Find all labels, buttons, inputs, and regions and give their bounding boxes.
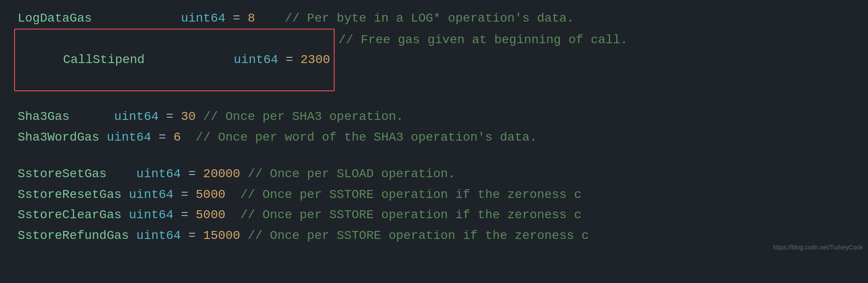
code-container: LogDataGas uint64 = 8 // Per byte in a L… [0, 0, 868, 256]
comment-sstore-set-gas: // Once per SLOAD operation. [248, 164, 455, 184]
identifier-log-data-gas: LogDataGas [18, 9, 92, 29]
number-sha3-gas: 30 [181, 107, 196, 127]
line-sstore-set-gas: SstoreSetGas uint64 = 20000 // Once per … [18, 164, 850, 184]
watermark: https://blog.csdn.net/TurkeyCock [773, 242, 863, 252]
comment-sstore-clear-gas: // Once per SSTORE operation if the zero… [240, 205, 581, 225]
number-call-stipend: 2300 [301, 53, 330, 67]
comment-sstore-reset-gas: // Once per SSTORE operation if the zero… [240, 185, 581, 205]
type-sstore-set-gas: uint64 [136, 164, 181, 184]
operator-call-stipend: = [278, 53, 300, 67]
identifier-sstore-clear-gas: SstoreClearGas [18, 205, 121, 225]
comment-log-data-gas: // Per byte in a LOG* operation's data. [285, 9, 574, 29]
line-log-data-gas: LogDataGas uint64 = 8 // Per byte in a L… [18, 9, 850, 29]
line-sstore-clear-gas: SstoreClearGas uint64 = 5000 // Once per… [18, 205, 850, 225]
identifier-sstore-reset-gas: SstoreResetGas [18, 185, 121, 205]
operator-log-data-gas: = [226, 9, 248, 29]
number-sha3-word-gas: 6 [174, 128, 181, 148]
identifier-sstore-refund-gas: SstoreRefundGas [18, 226, 129, 246]
operator-sstore-reset-gas: = [174, 185, 196, 205]
operator-sha3-word-gas: = [151, 128, 173, 148]
number-sstore-clear-gas: 5000 [196, 205, 225, 225]
type-sha3-gas: uint64 [114, 107, 159, 127]
comment-call-stipend: // Free gas given at beginning of call. [339, 30, 628, 50]
number-sstore-refund-gas: 15000 [203, 226, 240, 246]
identifier-call-stipend: CallStipend [63, 53, 145, 67]
type-sha3-word-gas: uint64 [107, 128, 151, 148]
operator-sha3-gas: = [159, 107, 181, 127]
highlight-box-call-stipend: CallStipend uint64 = 2300 [14, 29, 335, 91]
type-sstore-clear-gas: uint64 [129, 205, 174, 225]
line-sha3-gas: Sha3Gas uint64 = 30 // Once per SHA3 ope… [18, 107, 850, 127]
type-sstore-refund-gas: uint64 [136, 226, 181, 246]
operator-sstore-set-gas: = [181, 164, 203, 184]
identifier-sha3-gas: Sha3Gas [18, 107, 70, 127]
number-sstore-set-gas: 20000 [203, 164, 240, 184]
type-call-stipend: uint64 [234, 53, 278, 67]
line-sha3-word-gas: Sha3WordGas uint64 = 6 // Once per word … [18, 128, 850, 148]
line-sstore-reset-gas: SstoreResetGas uint64 = 5000 // Once per… [18, 185, 850, 205]
comment-sha3-word-gas: // Once per word of the SHA3 operation's… [196, 128, 537, 148]
number-log-data-gas: 8 [248, 9, 255, 29]
operator-sstore-refund-gas: = [181, 226, 203, 246]
identifier-sha3-word-gas: Sha3WordGas [18, 128, 99, 148]
comment-sha3-gas: // Once per SHA3 operation. [203, 107, 404, 127]
gap-2 [18, 149, 850, 164]
gap-1 [18, 91, 850, 107]
operator-sstore-clear-gas: = [174, 205, 196, 225]
type-log-data-gas: uint64 [181, 9, 226, 29]
type-sstore-reset-gas: uint64 [129, 185, 174, 205]
line-call-stipend: CallStipend uint64 = 2300 // Free gas gi… [18, 30, 850, 90]
identifier-sstore-set-gas: SstoreSetGas [18, 164, 107, 184]
line-sstore-refund-gas: SstoreRefundGas uint64 = 15000 // Once p… [18, 226, 850, 246]
number-sstore-reset-gas: 5000 [196, 185, 225, 205]
comment-sstore-refund-gas: // Once per SSTORE operation if the zero… [248, 226, 589, 246]
